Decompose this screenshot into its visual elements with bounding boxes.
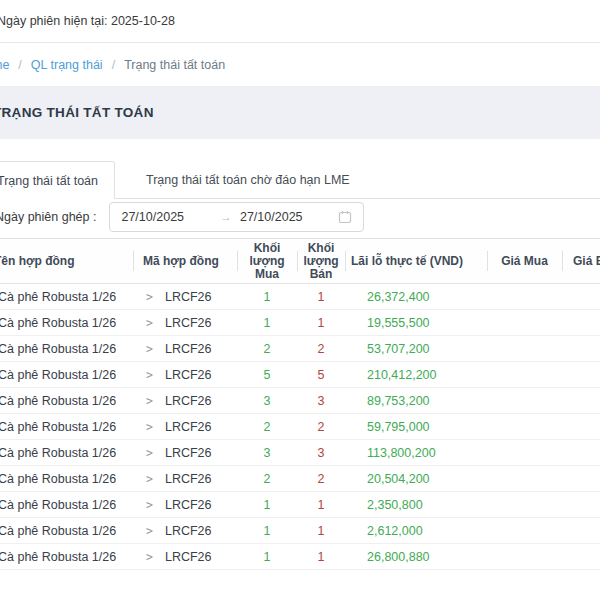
breadcrumb-ql-trang-thai-link[interactable]: QL trạng thái: [31, 58, 103, 72]
sell-price-cell: [562, 492, 600, 517]
column-header-buy-volume: Khối lượng Mua: [237, 239, 297, 283]
contract-code-cell: > LRCF26: [133, 492, 237, 517]
contract-code: LRCF26: [165, 368, 212, 382]
settlement-table: Tên hợp đồng Mã hợp đồng Khối lượng Mua …: [0, 238, 600, 570]
sell-price-cell: [562, 362, 600, 387]
breadcrumb-home-link[interactable]: Home: [0, 58, 9, 72]
tab-trang-thai-tat-toan-cho-dao-han-lme[interactable]: Trạng thái tất toán chờ đáo hạn LME: [130, 161, 366, 198]
buy-volume-cell: 2: [237, 414, 297, 439]
breadcrumb-current-page: Trạng thái tất toán: [124, 58, 225, 72]
buy-price-cell: [487, 362, 562, 387]
breadcrumb-separator: /: [18, 58, 21, 72]
realized-pnl-cell: 53,707,200: [345, 336, 487, 361]
expand-row-icon[interactable]: >: [146, 342, 153, 356]
page-title: TRẠNG THÁI TẤT TOÁN: [0, 105, 154, 120]
contract-code: LRCF26: [165, 550, 212, 564]
expand-row-icon[interactable]: >: [146, 524, 153, 538]
sell-volume-cell: 3: [297, 388, 345, 413]
sell-volume-cell: 3: [297, 440, 345, 465]
range-arrow-icon: →: [220, 210, 232, 224]
table-row: Cà phê Robusta 1/26 > LRCF26 2 2 59,795,…: [0, 414, 600, 440]
contract-code-cell: > LRCF26: [133, 466, 237, 491]
buy-volume-cell: 1: [237, 284, 297, 309]
expand-row-icon[interactable]: >: [146, 446, 153, 460]
table-row: Cà phê Robusta 1/26 > LRCF26 2 2 20,504,…: [0, 466, 600, 492]
contract-name-cell: Cà phê Robusta 1/26: [0, 518, 133, 543]
sell-price-cell: [562, 518, 600, 543]
sell-volume-cell: 1: [297, 518, 345, 543]
sell-volume-cell: 1: [297, 310, 345, 335]
buy-price-cell: [487, 544, 562, 569]
contract-code-cell: > LRCF26: [133, 388, 237, 413]
realized-pnl-cell: 89,753,200: [345, 388, 487, 413]
buy-price-cell: [487, 310, 562, 335]
sell-volume-cell: 1: [297, 284, 345, 309]
sell-volume-cell: 1: [297, 544, 345, 569]
sell-volume-cell: 1: [297, 492, 345, 517]
realized-pnl-cell: 26,372,400: [345, 284, 487, 309]
expand-row-icon[interactable]: >: [146, 472, 153, 486]
expand-row-icon[interactable]: >: [146, 498, 153, 512]
sell-price-cell: [562, 336, 600, 361]
contract-name-cell: Cà phê Robusta 1/26: [0, 492, 133, 517]
buy-volume-cell: 1: [237, 492, 297, 517]
contract-name-cell: Cà phê Robusta 1/26: [0, 362, 133, 387]
sell-price-cell: [562, 440, 600, 465]
expand-row-icon[interactable]: >: [146, 368, 153, 382]
breadcrumb-separator: /: [112, 58, 115, 72]
contract-code: LRCF26: [165, 316, 212, 330]
table-row: Cà phê Robusta 1/26 > LRCF26 3 3 113,800…: [0, 440, 600, 466]
expand-row-icon[interactable]: >: [146, 290, 153, 304]
column-header-sell-price: Giá Bán: [562, 239, 600, 283]
table-row: Cà phê Robusta 1/26 > LRCF26 1 1 19,555,…: [0, 310, 600, 336]
calendar-icon[interactable]: [338, 210, 352, 224]
buy-price-cell: [487, 466, 562, 491]
buy-volume-cell: 1: [237, 518, 297, 543]
sell-volume-cell: 2: [297, 336, 345, 361]
realized-pnl-cell: 210,412,200: [345, 362, 487, 387]
matching-date-filter-label: Ngày phiên ghép :: [0, 210, 96, 224]
contract-code: LRCF26: [165, 472, 212, 486]
sell-volume-cell: 5: [297, 362, 345, 387]
contract-code: LRCF26: [165, 342, 212, 356]
filter-row: Ngày phiên ghép : 27/10/2025 → 27/10/202…: [0, 199, 600, 235]
contract-code-cell: > LRCF26: [133, 440, 237, 465]
expand-row-icon[interactable]: >: [146, 420, 153, 434]
sell-price-cell: [562, 414, 600, 439]
sell-price-cell: [562, 284, 600, 309]
tab-label: Trạng thái tất toán chờ đáo hạn LME: [146, 173, 350, 187]
contract-code: LRCF26: [165, 498, 212, 512]
table-row: Cà phê Robusta 1/26 > LRCF26 1 1 26,372,…: [0, 284, 600, 310]
table-row: Cà phê Robusta 1/26 > LRCF26 5 5 210,412…: [0, 362, 600, 388]
buy-price-cell: [487, 440, 562, 465]
contract-name-cell: Cà phê Robusta 1/26: [0, 440, 133, 465]
expand-row-icon[interactable]: >: [146, 394, 153, 408]
contract-name-cell: Cà phê Robusta 1/26: [0, 466, 133, 491]
tab-label: Trạng thái tất toán: [0, 174, 98, 188]
breadcrumb: Home / QL trạng thái / Trạng thái tất to…: [0, 43, 600, 86]
buy-volume-cell: 2: [237, 336, 297, 361]
realized-pnl-cell: 59,795,000: [345, 414, 487, 439]
buy-price-cell: [487, 492, 562, 517]
buy-price-cell: [487, 284, 562, 309]
date-to-input[interactable]: 27/10/2025: [240, 210, 339, 224]
tab-trang-thai-tat-toan[interactable]: Trạng thái tất toán: [0, 161, 115, 199]
date-from-input[interactable]: 27/10/2025: [121, 210, 220, 224]
buy-volume-cell: 3: [237, 440, 297, 465]
realized-pnl-cell: 19,555,500: [345, 310, 487, 335]
buy-price-cell: [487, 336, 562, 361]
buy-price-cell: [487, 388, 562, 413]
contract-name-cell: Cà phê Robusta 1/26: [0, 284, 133, 309]
date-range-picker[interactable]: 27/10/2025 → 27/10/2025: [109, 202, 364, 232]
expand-row-icon[interactable]: >: [146, 550, 153, 564]
table-header-row: Tên hợp đồng Mã hợp đồng Khối lượng Mua …: [0, 239, 600, 284]
contract-code: LRCF26: [165, 420, 212, 434]
sell-volume-cell: 2: [297, 466, 345, 491]
tab-bar: Trạng thái tất toán Trạng thái tất toán …: [0, 161, 600, 199]
column-header-sell-volume: Khối lượng Bán: [297, 239, 345, 283]
contract-name-cell: Cà phê Robusta 1/26: [0, 310, 133, 335]
expand-row-icon[interactable]: >: [146, 316, 153, 330]
column-header-contract-name: Tên hợp đồng: [0, 239, 133, 283]
contract-name-cell: Cà phê Robusta 1/26: [0, 414, 133, 439]
buy-volume-cell: 2: [237, 466, 297, 491]
